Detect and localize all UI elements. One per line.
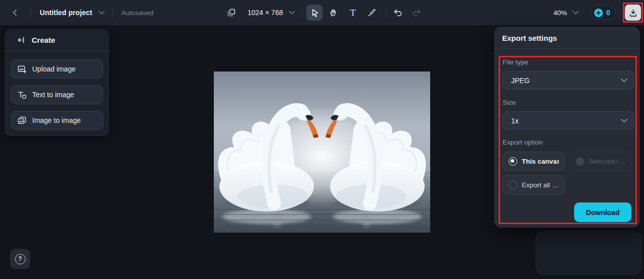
- hand-icon: [329, 8, 338, 17]
- divider: [31, 8, 32, 18]
- divider: [113, 8, 113, 18]
- chevron-down-icon: [99, 11, 105, 15]
- text-to-image-label: Text to image: [32, 91, 74, 99]
- undo-button[interactable]: [389, 5, 406, 21]
- file-type-dropdown[interactable]: JPEG: [503, 71, 634, 90]
- size-label: Size: [503, 99, 516, 106]
- brush-tool-button[interactable]: [364, 5, 380, 21]
- top-toolbar: Untitled project Autosaved 1024 × 768: [0, 0, 644, 25]
- project-title: Untitled project: [40, 9, 92, 17]
- radio-disabled-icon: [576, 157, 584, 166]
- credits-badge[interactable]: 0: [591, 6, 616, 20]
- file-type-label: File type: [503, 58, 528, 66]
- export-settings-panel: Export settings File type JPEG Size 1x E…: [494, 27, 640, 228]
- export-option-label: Export option: [503, 138, 543, 146]
- app-root: Untitled project Autosaved 1024 × 768: [0, 0, 644, 279]
- this-canvas-label: This canvas: [522, 158, 559, 165]
- help-button[interactable]: ?: [10, 249, 30, 269]
- text-to-image-icon: [17, 90, 27, 100]
- selected-layer-label: Selected l…: [589, 158, 625, 165]
- radio-selected-icon: [509, 157, 517, 166]
- cursor-icon: [310, 8, 319, 18]
- text-tool-icon: T: [350, 8, 356, 18]
- upload-image-label: Upload image: [32, 65, 75, 73]
- zoom-level-value: 40%: [553, 9, 567, 17]
- divider: [494, 48, 640, 49]
- zoom-level-selector[interactable]: 40%: [553, 9, 579, 17]
- credits-spark-icon: [594, 8, 603, 18]
- brush-icon: [367, 8, 376, 17]
- collapse-back-icon[interactable]: [17, 36, 25, 44]
- sidebar-header: Create: [5, 29, 109, 51]
- credits-count: 0: [606, 9, 610, 17]
- export-panel-title: Export settings: [502, 34, 557, 42]
- upload-image-button[interactable]: Upload image: [11, 59, 103, 79]
- create-sidebar: Create Upload image Text to image I: [5, 29, 109, 136]
- select-tool-button[interactable]: [306, 5, 323, 21]
- radio-unselected-icon: [509, 181, 517, 189]
- back-button[interactable]: [7, 5, 23, 21]
- text-to-image-button[interactable]: Text to image: [11, 85, 103, 104]
- size-dropdown[interactable]: 1x: [503, 111, 634, 130]
- export-download-button[interactable]: [625, 5, 641, 21]
- export-option-selected-layer: Selected l…: [570, 152, 632, 171]
- upload-image-icon: [17, 64, 27, 74]
- divider: [386, 8, 386, 18]
- project-title-menu[interactable]: Untitled project: [40, 9, 105, 17]
- redo-button[interactable]: [409, 5, 425, 21]
- sidebar-title: Create: [32, 36, 55, 44]
- chevron-down-icon: [573, 11, 579, 15]
- background-panel: [535, 231, 642, 275]
- size-value: 1x: [511, 117, 519, 125]
- image-to-image-icon: [17, 116, 27, 125]
- resize-canvas-icon-button[interactable]: [223, 5, 239, 21]
- help-icon: ?: [15, 254, 26, 264]
- file-type-value: JPEG: [511, 77, 530, 85]
- canvas-image-swans[interactable]: [214, 72, 430, 233]
- export-option-export-all[interactable]: Export all …: [503, 175, 565, 194]
- redo-icon: [412, 8, 422, 18]
- chevron-left-icon: [12, 9, 19, 16]
- chevron-down-icon: [621, 78, 627, 83]
- image-to-image-label: Image to image: [32, 116, 81, 124]
- chevron-down-icon: [621, 118, 627, 123]
- autosave-status: Autosaved: [121, 9, 153, 17]
- divider: [302, 8, 302, 18]
- download-button[interactable]: Download: [574, 202, 631, 222]
- canvas-size-selector[interactable]: 1024 × 768: [248, 9, 295, 17]
- text-tool-button[interactable]: T: [345, 5, 361, 21]
- export-all-label: Export all …: [522, 181, 559, 189]
- download-icon: [629, 9, 637, 17]
- resize-canvas-icon: [227, 8, 236, 17]
- undo-icon: [393, 8, 403, 18]
- pan-tool-button[interactable]: [326, 5, 342, 21]
- canvas-size-value: 1024 × 768: [248, 9, 283, 17]
- image-to-image-button[interactable]: Image to image: [11, 111, 103, 130]
- chevron-down-icon: [289, 11, 295, 15]
- export-option-this-canvas[interactable]: This canvas: [503, 152, 565, 171]
